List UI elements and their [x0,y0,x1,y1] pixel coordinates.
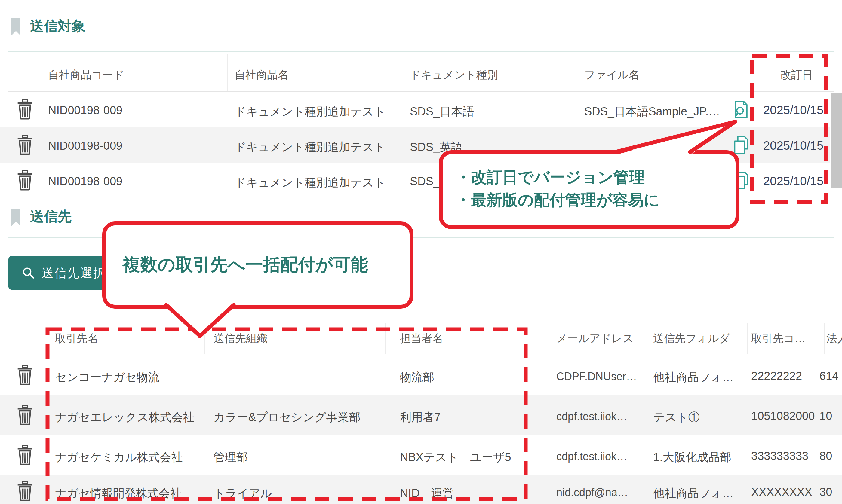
revision-callout-line2: ・最新版の配付管理が容易に [455,190,660,211]
header-separator [824,323,825,354]
select-recipients-label: 送信先選択 [41,265,106,281]
cell-revision-date: 2025/10/15 [763,174,823,188]
delete-row-button[interactable] [17,99,33,120]
cell-partner: センコーナガセ物流 [55,370,159,385]
header-separator [550,323,550,354]
file-preview-icon[interactable] [733,100,749,120]
delete-row-button[interactable] [17,170,33,191]
cell-email: cdpf.test.iiok… [556,410,627,423]
section-title-targets: 送信対象 [30,17,85,35]
col-header-corp: 法人 [826,331,842,346]
col-header-person: 担当者名 [400,331,443,346]
header-separator [385,323,386,354]
cell-person: 利用者7 [400,410,441,425]
select-recipients-button[interactable]: 送信先選択 [8,256,111,290]
cell-product-name: ドキュメント種別追加テスト [234,140,386,155]
cell-doc-type: SDS_日本語 [410,104,474,119]
cell-partner-code: 333333333 [751,450,808,463]
cell-partner-code: 22222222 [751,370,802,382]
header-separator [747,323,748,354]
revision-callout-bubble: ・改訂日でバージョン管理 ・最新版の配付管理が容易に [439,150,739,229]
revision-callout-tail [601,118,752,158]
cell-partner: ナガセ情報開発株式会社 [55,486,182,501]
cell-corp: 80 [820,450,832,463]
delete-row-button[interactable] [17,134,33,155]
search-icon [22,266,35,280]
revision-callout-line1: ・改訂日でバージョン管理 [455,167,645,188]
cell-partner: ナガセエレックス株式会社 [55,410,194,425]
trash-icon [17,405,33,425]
col-header-doc-type: ドキュメント種別 [410,68,498,82]
header-separator [227,54,228,91]
cell-org: トライアル [213,486,272,501]
trash-icon [17,481,33,501]
trash-icon [17,99,33,120]
delete-row-button[interactable] [17,481,33,501]
section-divider [8,51,834,52]
cell-product-name: ドキュメント種別追加テスト [234,175,386,190]
table-header-underline [8,91,834,92]
cell-corp: 614 [820,370,838,382]
cell-corp: 10 [820,410,832,422]
bulk-distribution-callout-tail [162,302,238,340]
cell-folder: 他社商品フォ… [653,370,734,385]
trash-icon [17,170,33,191]
bookmark-icon [12,209,20,226]
cell-email: CDPF.DNUser… [556,370,637,383]
delete-row-button[interactable] [17,365,33,385]
cell-revision-date: 2025/10/15 [763,103,823,117]
bulk-distribution-callout-text: 複数の取引先へ一括配付が可能 [123,253,368,276]
cell-file-name: SDS_日本語Sample_JP.… [584,104,720,119]
section-title-recipients: 送信先 [30,208,72,226]
cell-product-code: NID00198-009 [48,140,122,152]
bookmark-icon [12,18,20,35]
col-header-product-name: 自社商品名 [234,68,289,82]
cell-folder: テスト① [653,410,700,425]
col-header-file-name: ファイル名 [584,68,639,82]
col-header-product-code: 自社商品コード [48,68,124,82]
cell-person: NID 運営 [400,486,454,501]
cell-org: 管理部 [213,450,248,465]
trash-icon [17,445,33,465]
cell-partner: ナガセケミカル株式会社 [55,450,182,465]
cell-product-name: ドキュメント種別追加テスト [234,104,386,119]
col-header-email: メールアドレス [556,331,634,346]
vertical-scrollbar-thumb[interactable] [831,93,842,188]
trash-icon [17,134,33,155]
cell-product-code: NID00198-009 [48,175,122,188]
col-header-partner: 取引先名 [55,331,98,346]
header-separator [648,323,648,354]
cell-product-code: NID00198-009 [48,104,122,117]
cell-folder: 1.大阪化成品部 [653,450,731,465]
cell-email: nid.cdpf@na… [556,486,628,499]
header-separator [404,54,404,91]
delete-row-button[interactable] [17,405,33,425]
cell-person: 物流部 [400,370,434,385]
col-header-partner-code: 取引先コ… [751,331,806,346]
delete-row-button[interactable] [17,445,33,465]
cell-person: NBXテスト ユーザ5 [400,450,511,465]
cell-email: cdpf.test.iiok… [556,450,627,463]
col-header-revision-date: 改訂日 [780,68,813,82]
cell-partner-code: XXXXXXXX [751,486,812,499]
cell-doc-type: SDS_ [410,175,440,188]
bulk-distribution-callout-bubble: 複数の取引先へ一括配付が可能 [102,221,414,309]
cell-org: カラー&プロセシング事業部 [213,410,360,425]
table-header-underline [8,355,842,355]
header-separator [579,54,579,91]
cell-revision-date: 2025/10/15 [763,139,823,152]
cell-folder: 他社商品フォ… [653,486,734,501]
cell-corp: 30 [820,486,832,499]
col-header-folder: 送信先フォルダ [653,331,730,346]
distribution-page: 送信対象 自社商品コード 自社商品名 ドキュメント種別 ファイル名 改訂日 NI… [0,0,842,504]
cell-partner-code: 1051082000 [751,410,814,422]
trash-icon [17,365,33,385]
